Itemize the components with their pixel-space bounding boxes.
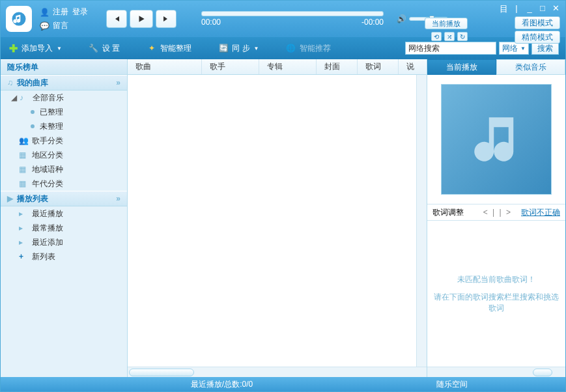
- main-toolbar: ✚添加导入▼ 🔧设 置 ✦智能整理 🔄同 步▼ 🌐智能推荐 网络▼ 搜索: [1, 37, 565, 59]
- col-more[interactable]: 说: [399, 59, 427, 74]
- message-link[interactable]: 留言: [53, 20, 68, 31]
- note-icon: ♪: [20, 93, 29, 102]
- right-panel: 当前播放 类似音乐 歌词调整 < | | > 歌词不正确 未匹配当前歌曲歌词！ …: [427, 59, 565, 377]
- globe-icon: 🌐: [285, 42, 297, 54]
- play-small-icon: ▸: [19, 223, 28, 232]
- progress-bar[interactable]: [201, 11, 384, 16]
- sidebar-cat-charts[interactable]: 随乐榜单: [1, 59, 127, 75]
- login-link[interactable]: 登录: [72, 7, 88, 18]
- vertical-scrollbar[interactable]: [416, 75, 427, 367]
- user-area: 👤 注册 登录 💬 留言: [40, 7, 88, 31]
- col-song[interactable]: 歌曲: [128, 59, 202, 74]
- sidebar-cat-playlists[interactable]: ▶播放列表»: [1, 191, 127, 206]
- status-count: 最近播放/总数:0/0: [191, 379, 253, 390]
- sync-icon: 🔄: [218, 42, 229, 54]
- song-list: [128, 75, 427, 367]
- grid-icon: ▦: [19, 179, 28, 188]
- lyric-body: 未匹配当前歌曲歌词！ 请在下面的歌词搜索栏里搜索和挑选歌词: [427, 221, 565, 367]
- chat-icon: 💬: [40, 21, 49, 31]
- plus-icon: ✚: [7, 42, 19, 54]
- sidebar: 随乐榜单 ♫我的曲库» ◢♪全部音乐 已整理 未整理 👥歌手分类 ▦地区分类 ▦…: [1, 59, 128, 377]
- settings-button[interactable]: 🔧设 置: [88, 42, 120, 54]
- content-area: 歌曲 歌手 专辑 封面 歌词 说: [128, 59, 427, 377]
- music-icon: ♫: [7, 78, 13, 87]
- smart-rec-button[interactable]: 🌐智能推荐: [285, 42, 331, 54]
- register-link[interactable]: 注册: [53, 7, 68, 18]
- now-playing-button[interactable]: 当前播放: [425, 18, 468, 29]
- album-art: [441, 84, 552, 195]
- title-bar: 目 | _ □ ✕ 👤 注册 登录 💬 留言: [1, 1, 565, 37]
- loop-icon[interactable]: ↻: [457, 32, 468, 41]
- sidebar-item-recent-add[interactable]: ▸最近添加: [1, 235, 127, 249]
- sidebar-sub-sorted[interactable]: 已整理: [1, 105, 127, 119]
- sidebar-item-all[interactable]: ◢♪全部音乐: [1, 91, 127, 105]
- col-artist[interactable]: 歌手: [202, 59, 259, 74]
- simple-mode-button[interactable]: 精简模式: [515, 31, 560, 44]
- lyric-wrong-link[interactable]: 歌词不正确: [521, 207, 560, 218]
- app-window: 目 | _ □ ✕ 👤 注册 登录 💬 留言: [0, 0, 566, 392]
- plus-small-icon: +: [19, 252, 28, 261]
- tab-similar[interactable]: 类似音乐: [496, 59, 565, 75]
- search-scope-select[interactable]: 网络▼: [499, 42, 529, 55]
- sidebar-item-recent[interactable]: ▸最近播放: [1, 206, 127, 221]
- time-elapsed: 00:00: [201, 18, 221, 27]
- maximize-icon[interactable]: □: [538, 3, 547, 15]
- shuffle-icon[interactable]: ⤮: [444, 32, 455, 41]
- music-notes-icon: [467, 110, 526, 169]
- play-small-icon: ▸: [19, 238, 28, 247]
- right-scrollbar[interactable]: [427, 367, 565, 377]
- user-icon: 👤: [40, 8, 49, 17]
- col-lyric[interactable]: 歌词: [358, 59, 399, 74]
- col-cover[interactable]: 封面: [317, 59, 358, 74]
- search-button[interactable]: 搜索: [531, 42, 559, 55]
- sidebar-sub-unsorted[interactable]: 未整理: [1, 119, 127, 133]
- play-small-icon: ▸: [19, 209, 28, 218]
- search-input[interactable]: [405, 42, 496, 55]
- horizontal-scrollbar[interactable]: [128, 367, 427, 377]
- volume-icon[interactable]: 🔊: [397, 14, 406, 23]
- menu-icon[interactable]: 目: [499, 3, 508, 15]
- sync-button[interactable]: 🔄同 步▼: [218, 42, 259, 54]
- wrench-icon: 🔧: [88, 42, 100, 54]
- progress-area: 00:00 -00:00: [201, 11, 384, 27]
- sidebar-item-artist[interactable]: 👥歌手分类: [1, 133, 127, 148]
- music-note-icon: [10, 10, 28, 28]
- lyric-nomatch: 未匹配当前歌曲歌词！: [457, 274, 535, 285]
- chevron-right-icon: »: [116, 78, 120, 87]
- sidebar-item-region[interactable]: ▦地区分类: [1, 148, 127, 162]
- window-controls: 目 | _ □ ✕: [499, 3, 560, 15]
- next-button[interactable]: [156, 10, 177, 28]
- time-remaining: -00:00: [361, 18, 384, 27]
- collapse-icon[interactable]: ◢: [11, 93, 17, 102]
- minimize-icon[interactable]: _: [525, 3, 534, 15]
- grid-icon: ▦: [19, 165, 28, 174]
- lyric-toolbar: 歌词调整 < | | > 歌词不正确: [427, 204, 565, 221]
- app-logo: [6, 6, 32, 32]
- chevron-right-icon: »: [116, 194, 120, 203]
- playback-controls: [106, 10, 177, 28]
- lyric-adjust-label: 歌词调整: [432, 207, 464, 218]
- sidebar-item-new[interactable]: +新列表: [1, 249, 127, 264]
- add-import-button[interactable]: ✚添加导入▼: [7, 42, 62, 54]
- sidebar-item-era[interactable]: ▦年代分类: [1, 176, 127, 191]
- col-album[interactable]: 专辑: [259, 59, 317, 74]
- main-area: 随乐榜单 ♫我的曲库» ◢♪全部音乐 已整理 未整理 👥歌手分类 ▦地区分类 ▦…: [1, 59, 565, 377]
- play-button[interactable]: [130, 10, 153, 28]
- grid-icon: ▦: [19, 150, 28, 160]
- lyric-hint: 请在下面的歌词搜索栏里搜索和挑选歌词: [432, 292, 560, 314]
- right-tabs: 当前播放 类似音乐: [427, 59, 565, 75]
- column-headers: 歌曲 歌手 专辑 封面 歌词 说: [128, 59, 427, 75]
- sidebar-item-lang[interactable]: ▦地域语种: [1, 162, 127, 176]
- sidebar-cat-library[interactable]: ♫我的曲库»: [1, 75, 127, 91]
- repeat-icon[interactable]: ⟲: [431, 32, 442, 41]
- prev-button[interactable]: [106, 10, 127, 28]
- status-zone[interactable]: 随乐空间: [436, 379, 468, 390]
- play-icon: ▶: [7, 194, 13, 203]
- view-mode-button[interactable]: 看图模式: [515, 16, 560, 29]
- smart-sort-button[interactable]: ✦智能整理: [146, 42, 191, 54]
- tab-now-playing[interactable]: 当前播放: [427, 59, 496, 75]
- sidebar-item-frequent[interactable]: ▸最常播放: [1, 221, 127, 235]
- people-icon: 👥: [19, 136, 28, 145]
- lyric-adjust-controls[interactable]: < | | >: [483, 208, 512, 217]
- close-icon[interactable]: ✕: [551, 3, 560, 15]
